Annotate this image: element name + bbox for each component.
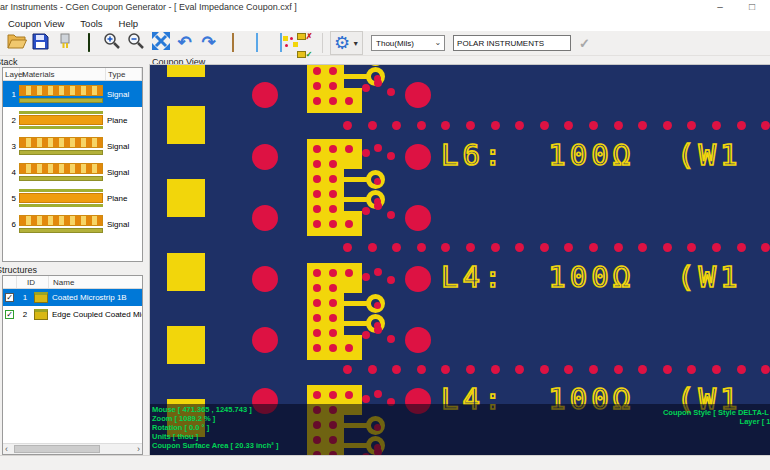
via-dot <box>313 190 321 198</box>
layer-type: Plane <box>104 194 142 203</box>
menu-item-coupon-view[interactable]: Coupon View <box>8 17 72 30</box>
scroll-left-icon[interactable]: ‹ <box>5 444 8 454</box>
structures-table-header: IDName <box>3 276 142 289</box>
dot-row-dot <box>515 243 524 252</box>
units-dropdown[interactable]: Thou(Mils)⌄ <box>371 35 445 51</box>
zoom-in-button[interactable] <box>101 32 124 54</box>
coupon-canvas[interactable]: L6: 100Ω (W1L4: 100Ω (W1L4: 100Ω (W1Mous… <box>149 64 770 455</box>
via-dot <box>313 220 321 228</box>
menu-bar: Coupon ViewToolsHelp <box>0 15 770 31</box>
pcb-square <box>167 106 205 144</box>
stack-row-layer-4[interactable]: 4Signal <box>3 159 142 185</box>
maximize-button[interactable]: □ <box>740 1 764 12</box>
scroll-right-icon[interactable]: › <box>137 444 140 454</box>
stack-table[interactable]: LayerMaterialsType1Signal2Plane3Signal4S… <box>2 67 143 262</box>
via-dot <box>329 391 337 399</box>
fit-view-button[interactable] <box>149 32 172 54</box>
via-dot <box>313 299 321 307</box>
via-dot <box>329 175 337 183</box>
trace-ring-pad <box>366 294 385 313</box>
via-dot <box>329 82 337 90</box>
layer-type: Signal <box>104 90 142 99</box>
zoom-in-icon <box>103 32 122 55</box>
dot-row-dot <box>589 365 598 374</box>
probe-dot <box>362 84 370 92</box>
probe-dot <box>374 390 382 398</box>
structure-row-1[interactable]: ✓1Coated Microstrip 1B <box>3 289 142 306</box>
material-graphic-plane <box>18 111 104 129</box>
settings-button[interactable]: ⚙▼ <box>330 31 363 55</box>
dot-row-dot <box>712 121 721 130</box>
structure-checkbox[interactable]: ✓ <box>5 293 14 302</box>
render-view-icon <box>256 34 258 52</box>
fit-view-icon <box>151 31 171 55</box>
layer-type: Plane <box>104 116 142 125</box>
structures-table[interactable]: IDName✓1Coated Microstrip 1B✓2Edge Coupl… <box>2 275 143 455</box>
dot-row-dot <box>663 365 672 374</box>
undo-button[interactable]: ↶ <box>173 32 196 54</box>
dot-row-dot <box>417 121 426 130</box>
stack-row-layer-1[interactable]: 1Signal <box>3 81 142 107</box>
probe-dot <box>362 331 370 339</box>
dot-row-dot <box>515 121 524 130</box>
probe-dot <box>374 268 382 276</box>
menu-item-help[interactable]: Help <box>119 17 147 30</box>
layer-number: 4 <box>3 168 18 177</box>
dot-row-dot <box>614 121 623 130</box>
dot-row-dot <box>540 121 549 130</box>
stack-row-layer-3[interactable]: 3Signal <box>3 133 142 159</box>
structure-row-2[interactable]: ✓2Edge Coupled Coated Microstrip 1B <box>3 306 142 323</box>
dot-row-dot <box>638 365 647 374</box>
structure-icon <box>34 292 48 303</box>
save-button[interactable] <box>29 32 52 54</box>
col-materials: Materials <box>20 68 106 80</box>
layer-number: 1 <box>3 90 18 99</box>
layer-type: Signal <box>104 168 142 177</box>
via-dot <box>329 160 337 168</box>
horizontal-scrollbar[interactable]: ‹› <box>3 443 142 454</box>
stack-row-layer-2[interactable]: 2Plane <box>3 107 142 133</box>
col-id: ID <box>17 276 49 288</box>
via-dot <box>345 145 353 153</box>
render-view-button[interactable] <box>245 32 268 54</box>
via-dot <box>313 269 321 277</box>
redo-button[interactable]: ↷ <box>197 32 220 54</box>
dot-row-dot <box>343 243 352 252</box>
dot-row-dot <box>737 365 746 374</box>
dot-row-dot <box>417 365 426 374</box>
layout-view-button[interactable] <box>269 32 292 54</box>
coupon-text-input[interactable] <box>453 35 571 51</box>
measure-button[interactable] <box>221 32 244 54</box>
stack-row-layer-6[interactable]: 6Signal <box>3 211 142 237</box>
coupon-board-button[interactable] <box>77 32 100 54</box>
confirm-check-icon[interactable]: ✓ <box>579 36 590 51</box>
layer-type: Signal <box>104 142 142 151</box>
dot-row-dot <box>614 365 623 374</box>
dot-row-dot <box>515 365 524 374</box>
stack-row-layer-5[interactable]: 5Plane <box>3 185 142 211</box>
undo-icon: ↶ <box>177 34 191 52</box>
minimize-button[interactable]: – <box>708 1 732 12</box>
plug-button[interactable] <box>53 32 76 54</box>
via-dot <box>329 344 337 352</box>
scrollbar-thumb[interactable] <box>14 445 100 453</box>
open-folder-button[interactable] <box>5 32 28 54</box>
dot-row-dot <box>687 365 696 374</box>
toolbar-separator <box>322 33 323 53</box>
col-layer: Layer <box>3 68 20 80</box>
zoom-out-button[interactable] <box>125 32 148 54</box>
dot-row-dot <box>441 243 450 252</box>
structure-checkbox[interactable]: ✓ <box>5 310 14 319</box>
units-dropdown-value: Thou(Mils) <box>376 39 414 48</box>
via-dot <box>345 344 353 352</box>
plug-icon <box>57 32 73 54</box>
apply-discard-button[interactable]: ✗✓ <box>293 32 316 54</box>
drill-hole <box>405 82 431 108</box>
probe-dot <box>362 273 370 281</box>
status-readout-left: Mouse [ 471.365 , 1245.743 ]Zoom [ 1089.… <box>152 405 278 450</box>
probe-dot <box>362 149 370 157</box>
dot-row-dot <box>466 365 475 374</box>
menu-item-tools[interactable]: Tools <box>80 17 110 30</box>
probe-dot <box>387 211 395 219</box>
via-dot <box>313 82 321 90</box>
